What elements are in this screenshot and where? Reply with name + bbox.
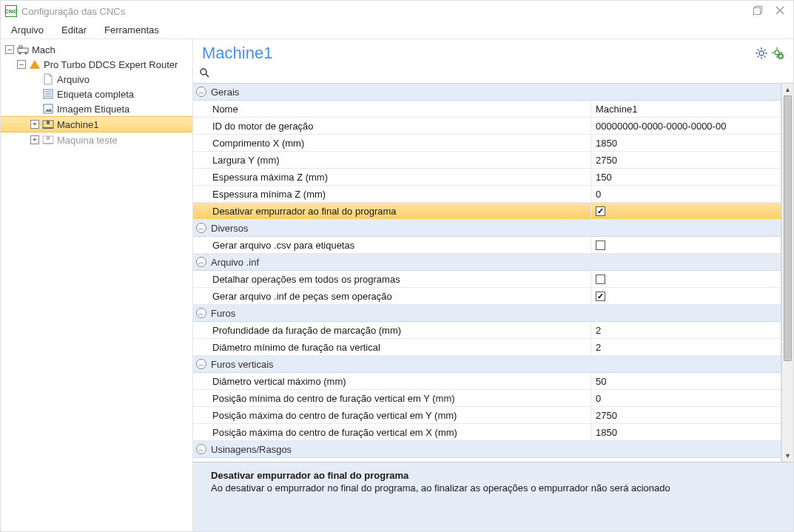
prop-row-larg-y[interactable]: Largura Y (mm) 2750: [193, 152, 781, 169]
tree-node-maquina-teste[interactable]: + Maquina teste: [1, 132, 192, 147]
prop-value[interactable]: Machine1: [591, 101, 781, 117]
gear-icon[interactable]: [755, 47, 768, 60]
prop-value[interactable]: 2: [591, 339, 781, 355]
prop-label: Posição mínima do centro de furação vert…: [193, 390, 591, 406]
property-grid[interactable]: ︿ Gerais Nome Machine1 ID do motor de ge…: [193, 84, 781, 462]
svg-line-26: [758, 50, 759, 51]
prop-value[interactable]: 1850: [591, 424, 781, 440]
prop-row-esp-max-z[interactable]: Espessura máxima Z (mm) 150: [193, 169, 781, 186]
category-gerais[interactable]: ︿ Gerais: [193, 84, 781, 101]
prop-label: Posição máxima do centro de furação vert…: [193, 407, 591, 423]
expand-toggle[interactable]: –: [17, 60, 26, 69]
prop-row-pos-min-y[interactable]: Posição mínima do centro de furação vert…: [193, 390, 781, 407]
gear-add-icon[interactable]: [771, 47, 784, 60]
svg-rect-1: [754, 7, 761, 14]
prop-value[interactable]: 0: [591, 186, 781, 202]
close-icon[interactable]: [776, 6, 784, 17]
expand-toggle[interactable]: –: [5, 45, 14, 54]
tree-node-arquivo[interactable]: Arquivo: [1, 72, 192, 87]
scroll-thumb[interactable]: [784, 95, 792, 361]
menu-arquivo[interactable]: Arquivo: [4, 23, 51, 37]
prop-label: Posição máxima do centro de furação vert…: [193, 424, 591, 440]
scroll-up-icon[interactable]: ▲: [782, 84, 793, 95]
prop-value[interactable]: 50: [591, 373, 781, 389]
prop-row-pos-max-y[interactable]: Posição máxima do centro de furação vert…: [193, 407, 781, 424]
tree-node-etiqueta-completa[interactable]: Etiqueta completa: [1, 87, 192, 101]
menu-editar[interactable]: Editar: [54, 23, 94, 37]
prop-value[interactable]: 0: [591, 390, 781, 406]
tree-label: Machine1: [54, 119, 98, 130]
prop-value[interactable]: [591, 288, 781, 304]
prop-row-detalhar[interactable]: Detalhar operações em todos os programas: [193, 271, 781, 288]
category-diversos[interactable]: ︿ Diversos: [193, 220, 781, 237]
prop-row-comp-x[interactable]: Comprimento X (mm) 1850: [193, 135, 781, 152]
expand-toggle[interactable]: +: [30, 135, 39, 144]
tree-panel: – Mach – Pro Turbo DDCS Expert Router: [1, 39, 193, 532]
prop-row-gerar-inf[interactable]: Gerar arquivo .inf de peças sem operação: [193, 288, 781, 305]
prop-row-diametro-min[interactable]: Diâmetro mínimo de furação na vertical 2: [193, 339, 781, 356]
prop-value[interactable]: [591, 203, 781, 219]
category-arquivo-inf[interactable]: ︿ Arquivo .inf: [193, 254, 781, 271]
category-furos[interactable]: ︿ Furos: [193, 305, 781, 322]
prop-value[interactable]: [591, 237, 781, 253]
prop-label: Espessura mínima Z (mm): [193, 186, 591, 202]
tree-label: Pro Turbo DDCS Expert Router: [41, 59, 178, 70]
description-panel: Desativar empurrador ao final do program…: [193, 462, 793, 532]
svg-point-6: [19, 53, 21, 55]
svg-point-30: [775, 50, 779, 55]
category-label: Arquivo .inf: [211, 257, 259, 268]
prop-row-pos-max-x[interactable]: Posição máxima do centro de furação vert…: [193, 424, 781, 441]
prop-row-desativar-empurrador[interactable]: Desativar empurrador ao final do program…: [193, 203, 781, 220]
horizontal-scrollbar[interactable]: [1, 519, 192, 532]
svg-line-27: [764, 56, 766, 58]
prop-row-diametro-vert-max[interactable]: Diâmetro vertical máximo (mm) 50: [193, 373, 781, 390]
tree-node-mach[interactable]: – Mach: [1, 42, 192, 57]
prop-label: Comprimento X (mm): [193, 135, 591, 151]
expand-toggle[interactable]: +: [30, 120, 39, 129]
tree-label: Maquina teste: [54, 135, 118, 146]
prop-label: Diâmetro mínimo de furação na vertical: [193, 339, 591, 355]
search-icon: [199, 67, 209, 78]
menu-bar: Arquivo Editar Ferramentas: [1, 21, 793, 39]
vertical-scrollbar[interactable]: ▲ ▼: [781, 84, 793, 462]
checkbox-checked[interactable]: [596, 206, 605, 216]
category-furos-verticais[interactable]: ︿ Furos verticais: [193, 356, 781, 373]
menu-ferramentas[interactable]: Ferramentas: [97, 23, 166, 37]
prop-value[interactable]: 2750: [591, 407, 781, 423]
svg-rect-13: [44, 104, 53, 113]
prop-value[interactable]: 00000000-0000-0000-0000-00: [591, 118, 781, 134]
tree-node-imagem-etiqueta[interactable]: Imagem Etiqueta: [1, 101, 192, 116]
checkbox-unchecked[interactable]: [596, 275, 605, 284]
checkbox-checked[interactable]: [596, 292, 605, 301]
svg-rect-16: [47, 121, 50, 124]
prop-label: Detalhar operações em todos os programas: [193, 271, 591, 287]
prop-label: ID do motor de geração: [193, 118, 591, 134]
category-usinagens[interactable]: ︿ Usinagens/Rasgos: [193, 441, 781, 458]
prop-value[interactable]: 1850: [591, 135, 781, 151]
maximize-icon[interactable]: [753, 6, 762, 17]
title-bar: CNC Configuração das CNCs: [1, 1, 793, 21]
prop-value[interactable]: 2: [591, 322, 781, 338]
tree-label: Imagem Etiqueta: [54, 104, 129, 115]
prop-row-nome[interactable]: Nome Machine1: [193, 101, 781, 118]
prop-row-id-motor[interactable]: ID do motor de geração 00000000-0000-000…: [193, 118, 781, 135]
machine-icon: [17, 44, 29, 55]
prop-value[interactable]: 150: [591, 169, 781, 185]
tree-view[interactable]: – Mach – Pro Turbo DDCS Expert Router: [1, 39, 192, 519]
image-icon: [42, 103, 54, 115]
prop-row-esp-min-z[interactable]: Espessura mínima Z (mm) 0: [193, 186, 781, 203]
description-title: Desativar empurrador ao final do program…: [211, 470, 776, 481]
search-row[interactable]: [193, 66, 793, 83]
tree-node-machine1[interactable]: + Machine1: [1, 116, 192, 132]
scroll-track[interactable]: [782, 95, 793, 450]
cnc-machine-icon: [42, 134, 54, 146]
prop-row-profundidade[interactable]: Profundidade da furação de marcação (mm)…: [193, 322, 781, 339]
prop-value[interactable]: 2750: [591, 152, 781, 168]
svg-point-38: [201, 69, 206, 75]
tree-node-pro-turbo[interactable]: – Pro Turbo DDCS Expert Router: [1, 57, 192, 72]
svg-marker-8: [30, 60, 40, 69]
prop-row-gerar-csv[interactable]: Gerar arquivo .csv para etiquetas: [193, 237, 781, 254]
checkbox-unchecked[interactable]: [596, 240, 605, 250]
scroll-down-icon[interactable]: ▼: [782, 450, 793, 462]
prop-value[interactable]: [591, 271, 781, 287]
